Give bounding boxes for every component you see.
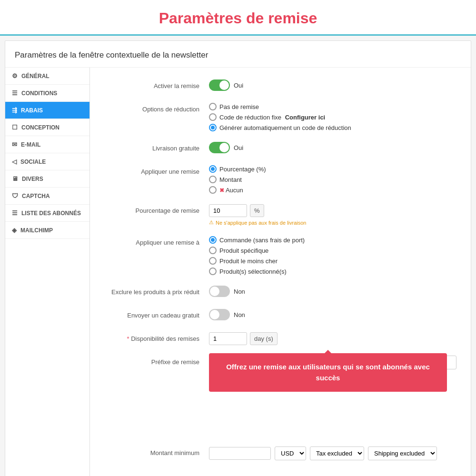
pourcentage-row: Pourcentage de remise % ⚠ Ne s'applique … [104,204,456,226]
content-area: ⚙ GÉNÉRAL ☰ CONDITIONS ⇶ RABAIS ☐ CONCEP… [5,68,471,476]
appliquer-remise-a-control: Commande (sans frais de port) Produit sp… [209,236,456,275]
radio-label-auto: Générer automatiquement un code de réduc… [219,124,351,131]
appliquer-remise-control: Pourcentage (%) Montant ✖ Aucun [209,165,456,194]
disponibilite-control: day (s) [209,332,456,345]
cadeau-toggle-group: Non [209,309,245,320]
cadeau-row: Envoyer un cadeau gratuit Non [104,309,456,322]
appliquer-remise-a-row: Appliquer une remise à Commande (sans fr… [104,236,456,275]
radio-label-specific: Produit spécifique [219,247,268,254]
radio-no-remise[interactable]: Pas de remise [209,103,456,110]
radio-circle-order [209,236,217,244]
tooltip-overlay: Offrez une remise aux utilisateurs qui s… [209,353,447,392]
email-icon: ✉ [12,141,17,148]
radio-aucun[interactable]: ✖ Aucun [209,186,456,194]
radio-amount[interactable]: Montant [209,176,456,183]
gear-icon: ⚙ [12,72,18,79]
disponibilite-row: Disponibilité des remises day (s) [104,332,456,345]
cadeau-toggle-label: Non [234,311,245,318]
percent-suffix: % [250,204,264,217]
tax-select[interactable]: Tax excluded [310,446,364,460]
warning-icon: ⚠ [209,219,214,226]
livraison-gratuite-row: Livraison gratuite Oui [104,142,456,155]
pourcentage-warning: ⚠ Ne s'applique pas aux frais de livrais… [209,219,456,226]
appliquer-remise-row: Appliquer une remise Pourcentage (%) Mon… [104,165,456,194]
sidebar-item-conception[interactable]: ☐ CONCEPTION [5,119,89,136]
radio-label-cheapest: Produit le moins cher [219,258,278,265]
social-icon: ◁ [12,158,17,165]
sidebar-item-captcha[interactable]: 🛡 CAPTCHA [5,188,89,205]
sidebar-item-general[interactable]: ⚙ GÉNÉRAL [5,68,89,85]
disponibilite-input[interactable] [209,332,247,345]
activer-remise-toggle[interactable] [209,79,230,91]
disponibilite-input-group: day (s) [209,332,456,345]
radio-circle-aucun [209,186,217,194]
montant-input[interactable] [209,447,271,460]
exclure-label: Exclure les produits à prix réduit [104,286,209,296]
currency-select[interactable]: USD [275,446,306,460]
activer-remise-row: Activer la remise Oui [104,79,456,92]
cadeau-toggle[interactable] [209,309,230,320]
radio-label-fixed: Code de réduction fixe Configurer ici [219,114,325,121]
radio-label-no-remise: Pas de remise [219,103,259,110]
montant-minimum-row: Montant minimum USD Tax excluded Shippin… [104,446,456,460]
exclure-toggle[interactable] [209,286,230,297]
pourcentage-input-group: % [209,204,456,217]
sidebar-item-conditions[interactable]: ☰ CONDITIONS [5,85,89,102]
radio-circle-no-remise [209,103,217,110]
section-title: Paramètres de la fenêtre contextuelle de… [5,41,471,68]
bottom-area: Offrez une remise aux utilisateurs qui s… [104,380,456,418]
activer-remise-control: Oui [209,79,456,92]
configure-link[interactable]: Configurer ici [285,114,326,121]
list-icon: ☰ [12,89,18,97]
sidebar-item-mailchimp[interactable]: ◈ MAILCHIMP [5,222,89,239]
radio-label-amount: Montant [219,176,242,183]
disponibilite-label: Disponibilité des remises [104,332,209,342]
radio-circle-percent [209,165,217,173]
days-suffix: day (s) [250,332,278,345]
list2-icon: ☰ [12,209,18,217]
exclure-toggle-label: Non [234,288,245,295]
exclure-produits-row: Exclure les produits à prix réduit Non [104,286,456,298]
radio-label-percent: Pourcentage (%) [219,166,266,173]
radio-selected[interactable]: Produit(s) sélectionné(s) [209,268,456,275]
appliquer-remise-a-label: Appliquer une remise à [104,236,209,246]
cadeau-label: Envoyer un cadeau gratuit [104,309,209,319]
activer-remise-toggle-group: Oui [209,79,243,91]
sidebar-item-email[interactable]: ✉ E-MAIL [5,136,89,153]
sidebar-item-sociale[interactable]: ◁ SOCIALE [5,153,89,170]
activer-remise-label: Activer la remise [104,79,209,89]
captcha-icon: 🛡 [12,192,18,199]
montant-label: Montant minimum [104,446,209,456]
radio-cheapest[interactable]: Produit le moins cher [209,257,456,265]
livraison-toggle-label: Oui [234,144,243,151]
appliquer-remise-group: Pourcentage (%) Montant ✖ Aucun [209,165,456,194]
page-title: Paramètres de remise [0,0,476,36]
rabais-icon: ⇶ [12,107,17,114]
exclure-control: Non [209,286,456,298]
design-icon: ☐ [12,124,18,131]
activer-remise-toggle-label: Oui [234,82,243,89]
pourcentage-input[interactable] [209,204,247,217]
radio-percent[interactable]: Pourcentage (%) [209,165,456,173]
livraison-label: Livraison gratuite [104,142,209,152]
livraison-control: Oui [209,142,456,155]
livraison-toggle[interactable] [209,142,230,153]
radio-label-selected: Produit(s) sélectionné(s) [219,268,287,275]
appliquer-remise-label: Appliquer une remise [104,165,209,175]
page-header: Paramètres de remise [0,0,476,36]
montant-inputs: USD Tax excluded Shipping excluded [209,446,456,460]
misc-icon: 🖥 [12,175,18,182]
shipping-select[interactable]: Shipping excluded [368,446,437,460]
options-reduction-label: Options de réduction [104,103,209,113]
sidebar-item-divers[interactable]: 🖥 DIVERS [5,170,89,188]
sidebar-item-liste[interactable]: ☰ LISTE DES ABONNÉS [5,205,89,222]
radio-specific[interactable]: Produit spécifique [209,247,456,254]
radio-fixed-code[interactable]: Code de réduction fixe Configurer ici [209,113,456,121]
options-reduction-row: Options de réduction Pas de remise Code … [104,103,456,131]
radio-auto-code[interactable]: Générer automatiquement un code de réduc… [209,124,456,131]
radio-order[interactable]: Commande (sans frais de port) [209,236,456,244]
form-area: Activer la remise Oui Options de réducti… [90,68,471,476]
x-icon: ✖ [219,187,224,194]
pourcentage-label: Pourcentage de remise [104,204,209,214]
sidebar-item-rabais[interactable]: ⇶ RABAIS [5,102,89,119]
